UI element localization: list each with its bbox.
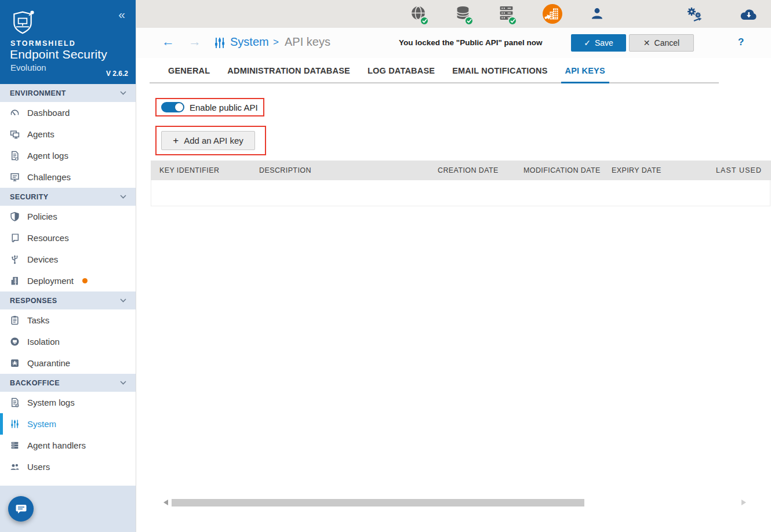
add-api-key-button[interactable]: + Add an API key <box>161 131 255 150</box>
enable-public-api-toggle[interactable] <box>161 102 184 112</box>
save-button[interactable]: ✓ Save <box>571 34 626 52</box>
sidebar-section-backoffice[interactable]: BACKOFFICE <box>0 374 136 392</box>
help-button[interactable]: ? <box>738 37 744 48</box>
user-icon[interactable] <box>590 6 605 24</box>
h-scrollbar-right-arrow[interactable] <box>741 500 746 505</box>
column-header-expiry-date[interactable]: EXPIRY DATE <box>612 161 661 180</box>
sidebar-item-quarantine[interactable]: Quarantine <box>0 352 136 374</box>
h-scrollbar-thumb[interactable] <box>172 499 584 507</box>
sidebar-footer <box>0 486 136 532</box>
nav-forward-arrow[interactable]: → <box>188 34 201 49</box>
deployment-icon <box>10 276 20 286</box>
system-icon <box>10 419 20 429</box>
deployment-alert-dot <box>82 278 88 283</box>
sidebar-item-devices[interactable]: Devices <box>0 249 136 270</box>
main-area: ← → System > API keys You locked the "Pu… <box>136 0 771 532</box>
settings-tabs: GENERAL ADMINISTRATION DATABASE LOG DATA… <box>150 58 719 83</box>
brand-name: STORMSHIELD <box>10 39 76 48</box>
sidebar-item-tasks[interactable]: Tasks <box>0 309 136 331</box>
check-icon: ✓ <box>584 38 591 48</box>
resources-icon <box>10 233 20 243</box>
policies-icon <box>10 212 20 221</box>
brand-version: V 2.6.2 <box>106 70 128 78</box>
tab-api-keys[interactable]: API KEYS <box>565 58 605 82</box>
status-ok-badge <box>464 16 474 25</box>
cloud-sync-icon[interactable] <box>739 7 758 23</box>
system-sliders-icon <box>213 37 226 49</box>
sidebar-item-challenges[interactable]: Challenges <box>0 166 136 188</box>
server-ok-icon[interactable] <box>498 5 515 24</box>
breadcrumb-section[interactable]: System <box>230 35 269 49</box>
sidebar-item-label: System logs <box>27 398 75 407</box>
agent-logs-icon <box>10 151 20 161</box>
tab-email-notifications[interactable]: EMAIL NOTIFICATIONS <box>452 58 547 82</box>
sidebar-item-isolation[interactable]: Isolation <box>0 331 136 352</box>
toggle-knob <box>174 103 184 112</box>
sidebar-item-label: Devices <box>27 254 58 264</box>
sidebar-item-resources[interactable]: Resources <box>0 227 136 249</box>
sidebar-item-policies[interactable]: Policies <box>0 206 136 227</box>
sidebar-collapse-icon[interactable]: « <box>118 8 125 20</box>
sidebar-item-deployment[interactable]: Deployment <box>0 270 136 291</box>
database-ok-icon[interactable] <box>454 5 471 24</box>
cancel-button[interactable]: ✕ Cancel <box>629 34 694 52</box>
plus-icon: + <box>173 135 179 147</box>
save-button-label: Save <box>595 38 613 48</box>
column-header-creation-date[interactable]: CREATION DATE <box>438 161 499 180</box>
add-api-key-label: Add an API key <box>184 136 243 145</box>
sidebar-brand-header: « STORMSHIELD Endpoint Security Evolutio… <box>0 0 136 84</box>
sidebar-item-dashboard[interactable]: Dashboard <box>0 102 136 123</box>
section-label: ENVIRONMENT <box>10 89 66 97</box>
panel-lock-message: You locked the "Public API" panel now <box>399 38 543 47</box>
sidebar-item-label: Quarantine <box>27 358 70 368</box>
tab-log-database[interactable]: LOG DATABASE <box>368 58 435 82</box>
sidebar-item-label: Deployment <box>27 276 74 286</box>
sidebar-item-label: Challenges <box>27 172 71 182</box>
sidebar-item-agent-handlers[interactable]: Agent handlers <box>0 435 136 456</box>
enable-public-api-label: Enable public API <box>190 103 258 112</box>
column-header-description[interactable]: DESCRIPTION <box>259 161 311 180</box>
sidebar-item-label: Policies <box>27 212 57 221</box>
chat-bubble-icon <box>15 504 27 515</box>
chevron-down-icon <box>120 298 126 303</box>
section-label: RESPONSES <box>10 297 57 305</box>
active-item-indicator <box>0 413 3 435</box>
users-icon <box>10 462 20 472</box>
tasks-icon <box>10 315 20 325</box>
sidebar-item-label: Isolation <box>27 337 60 347</box>
sidebar-item-label: System <box>27 419 56 429</box>
x-icon: ✕ <box>643 38 650 48</box>
section-label: BACKOFFICE <box>10 379 60 387</box>
agents-icon <box>10 129 20 139</box>
h-scrollbar-left-arrow[interactable] <box>163 500 168 505</box>
chat-button[interactable] <box>8 496 34 522</box>
brand-product: Endpoint Security <box>10 48 107 61</box>
tab-general[interactable]: GENERAL <box>168 58 210 82</box>
sidebar-item-system-logs[interactable]: System logs <box>0 392 136 413</box>
column-header-last-used[interactable]: LAST USED <box>716 161 762 180</box>
services-gears-icon[interactable] <box>686 6 703 24</box>
sidebar-item-agents[interactable]: Agents <box>0 123 136 145</box>
nav-back-arrow[interactable]: ← <box>162 34 174 49</box>
tab-administration-database[interactable]: ADMINISTRATION DATABASE <box>227 58 350 82</box>
sidebar-item-agent-logs[interactable]: Agent logs <box>0 145 136 166</box>
chevron-down-icon <box>120 195 126 199</box>
sidebar-section-environment[interactable]: ENVIRONMENT <box>0 84 136 102</box>
chevron-down-icon <box>120 381 126 385</box>
status-ok-badge <box>420 16 429 25</box>
sidebar-section-security[interactable]: SECURITY <box>0 188 136 206</box>
agent-handlers-icon <box>10 440 20 450</box>
sidebar-section-responses[interactable]: RESPONSES <box>0 291 136 309</box>
column-header-modification-date[interactable]: MODIFICATION DATE <box>523 161 601 180</box>
dashboard-icon <box>10 108 20 118</box>
app-window: « STORMSHIELD Endpoint Security Evolutio… <box>0 0 771 532</box>
environment-deploy-icon[interactable] <box>542 3 563 27</box>
stormshield-shield-logo-icon <box>10 9 35 35</box>
sidebar-item-users[interactable]: Users <box>0 456 136 478</box>
globe-ok-icon[interactable] <box>410 5 427 24</box>
sidebar: « STORMSHIELD Endpoint Security Evolutio… <box>0 0 136 532</box>
breadcrumb-separator: > <box>273 37 279 48</box>
challenges-icon <box>10 172 20 182</box>
column-header-key-identifier[interactable]: KEY IDENTIFIER <box>159 161 219 180</box>
sidebar-item-system[interactable]: System <box>0 413 136 435</box>
